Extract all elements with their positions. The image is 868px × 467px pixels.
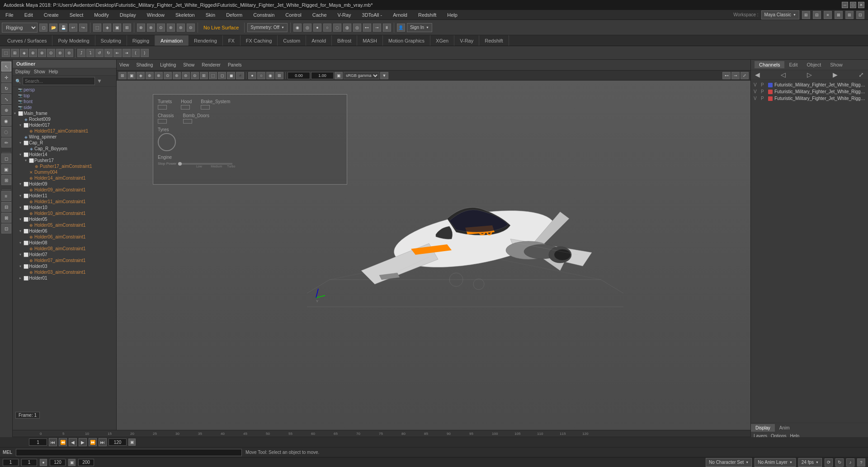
menu-constrain[interactable]: Constrain (251, 11, 276, 19)
tree-item[interactable]: ⊕Holder06_aimConstraint1 (13, 234, 116, 240)
tb2-7[interactable]: ⊛ (56, 49, 64, 57)
channel-tab-show[interactable]: Show (826, 61, 847, 68)
gamma-selector[interactable]: sRGB gamma (344, 72, 379, 79)
tab-arnold[interactable]: Arnold (306, 35, 332, 46)
render4-icon[interactable]: ○ (323, 24, 331, 32)
viewport-menu-renderer[interactable]: Renderer (202, 62, 221, 67)
vp-tb-5[interactable]: ⊗ (155, 72, 163, 79)
sign-in-icon[interactable]: 👤 (397, 24, 405, 32)
tree-item[interactable]: ◈Cap_R_Boyyom (13, 146, 116, 152)
tab-fx-caching[interactable]: FX Caching (241, 35, 278, 46)
menu-modify[interactable]: Modify (92, 11, 110, 19)
playback-end-input[interactable] (50, 459, 66, 466)
tree-item[interactable]: ▾⬜Holder05 (13, 216, 116, 222)
sign-in-btn[interactable]: Sign In (407, 23, 432, 32)
skip-back-btn[interactable]: ⏮ (49, 438, 57, 446)
vp-tb-3[interactable]: ◈ (137, 72, 145, 79)
tree-item[interactable]: ⊕Holder09_aimConstraint1 (13, 187, 116, 193)
vp-tb-home[interactable]: ⊞ (118, 72, 127, 79)
mel-input[interactable] (16, 449, 242, 456)
layout-icon3[interactable]: ≡ (824, 11, 832, 19)
tree-item[interactable]: ⊕Holder017_aimConstraint1 (13, 128, 116, 134)
viewport-menu-show[interactable]: Show (183, 62, 194, 67)
tool3-icon[interactable]: ▣ (113, 24, 121, 32)
engine-slider[interactable]: Low Medium Turbo (178, 163, 232, 165)
tree-item[interactable]: ⊕Holder10_aimConstraint1 (13, 210, 116, 216)
vp-tb-18[interactable]: ⊞ (275, 72, 283, 79)
viewport-menu-lighting[interactable]: Lighting (160, 62, 176, 67)
channel-tab-channels[interactable]: Channels (755, 61, 784, 68)
hud-hood-cb[interactable] (181, 105, 190, 110)
tree-item[interactable]: ▸⬜Holder01 (13, 275, 116, 281)
skip-fwd-btn[interactable]: ⏭ (99, 438, 107, 446)
menu-window[interactable]: Window (145, 11, 166, 19)
hud-brake-cb[interactable] (201, 105, 210, 110)
vp-tb-extra[interactable]: ▼ (380, 72, 388, 79)
near-clip-input[interactable] (288, 72, 310, 79)
hud-tyres-wheel[interactable] (158, 133, 176, 151)
tab-motion-graphics[interactable]: Motion Graphics (383, 35, 430, 46)
outliner-menu-show[interactable]: Show (34, 69, 45, 74)
save-icon[interactable]: 💾 (59, 24, 67, 32)
tab-curves-surfaces[interactable]: Curves / Surfaces (2, 35, 52, 46)
snap4-icon[interactable]: ⊛ (167, 24, 175, 32)
channel-item[interactable]: VPFuturistic_Military_Fighter_Jet_White_… (751, 88, 868, 95)
menu-select[interactable]: Select (68, 11, 85, 19)
vp-fullscreen-icon[interactable]: ⤢ (741, 72, 749, 79)
tree-item[interactable]: 📷top (13, 93, 116, 99)
ch-next2-btn[interactable]: ▶ (831, 71, 839, 78)
step-back-btn[interactable]: ⏪ (59, 438, 67, 446)
new-scene-icon[interactable]: ◻ (39, 24, 47, 32)
vp-tb-7[interactable]: ⊛ (173, 72, 181, 79)
tree-item[interactable]: ◈Wing_spinner (13, 134, 116, 140)
tb2-13[interactable]: ⇤ (113, 49, 122, 57)
tree-item[interactable]: ▾⬜Holder10 (13, 205, 116, 210)
hud-turrets-cb[interactable] (158, 105, 167, 110)
universal-tool-btn[interactable]: ⊕ (1, 105, 11, 115)
pause-icon[interactable]: ⏸ (383, 24, 391, 32)
tree-item[interactable]: ◈Rocket009 (13, 116, 116, 122)
menu-control[interactable]: Control (283, 11, 303, 19)
render-btn[interactable]: ▣ (1, 164, 11, 174)
scene-refresh-btn[interactable]: ↻ (835, 458, 844, 467)
tree-item[interactable]: ⊕Holder14_aimConstraint1 (13, 175, 116, 181)
search-input[interactable] (23, 77, 95, 85)
render1-icon[interactable]: ◉ (293, 24, 302, 32)
tree-item[interactable]: ▾⬜Main_frame (13, 110, 116, 116)
undo-icon[interactable]: ↩ (69, 24, 77, 32)
vp-tb-17[interactable]: ◉ (266, 72, 274, 79)
vp-tb-2[interactable]: ▣ (127, 72, 136, 79)
tab-mash[interactable]: MASH (357, 35, 383, 46)
layer-editor-btn[interactable]: ⊠ (1, 213, 11, 223)
tree-item[interactable]: ▾⬜Holder14 (13, 152, 116, 157)
vp-tb-15[interactable]: ● (248, 72, 256, 79)
tree-item[interactable]: 📷front (13, 99, 116, 105)
minimize-button[interactable]: ─ (842, 2, 848, 8)
viewport-menu-view[interactable]: View (119, 62, 129, 67)
hud-chassis-cb[interactable] (158, 119, 167, 124)
menu-file[interactable]: File (4, 11, 15, 19)
tb2-10[interactable]: ⤵ (86, 49, 94, 57)
autokey-btn[interactable]: ● (40, 459, 47, 466)
rotate-tool-btn[interactable]: ↻ (1, 83, 11, 93)
snap1-icon[interactable]: ⊕ (137, 24, 145, 32)
channel-item[interactable]: VPFuturistic_Military_Fighter_Jet_White_… (751, 95, 868, 102)
play-btn[interactable]: ▶ (79, 438, 87, 446)
render6-icon[interactable]: ◍ (343, 24, 351, 32)
menu-create[interactable]: Create (42, 11, 61, 19)
fps-btn[interactable]: 24 fps (798, 458, 822, 467)
layout-icon1[interactable]: ⊞ (802, 11, 810, 19)
menu-skeleton[interactable]: Skeleton (174, 11, 197, 19)
select-tool-btn[interactable]: ↖ (1, 62, 11, 71)
vp-tb-4[interactable]: ⊕ (146, 72, 154, 79)
tb2-3[interactable]: ◈ (20, 49, 28, 57)
move-tool-btn[interactable]: ✛ (1, 72, 11, 82)
menu-3dtoall[interactable]: 3DToAll - (360, 11, 384, 19)
tree-item[interactable]: ⊕Holder05_aimConstraint1 (13, 222, 116, 228)
node-editor-btn[interactable]: ⊡ (1, 224, 11, 234)
tab-sculpting[interactable]: Sculpting (95, 35, 127, 46)
tool1-icon[interactable]: ⬚ (93, 24, 101, 32)
render5-icon[interactable]: ◌ (333, 24, 341, 32)
layout-icon2[interactable]: ⊟ (813, 11, 821, 19)
channel-tab-object[interactable]: Object (802, 61, 826, 68)
